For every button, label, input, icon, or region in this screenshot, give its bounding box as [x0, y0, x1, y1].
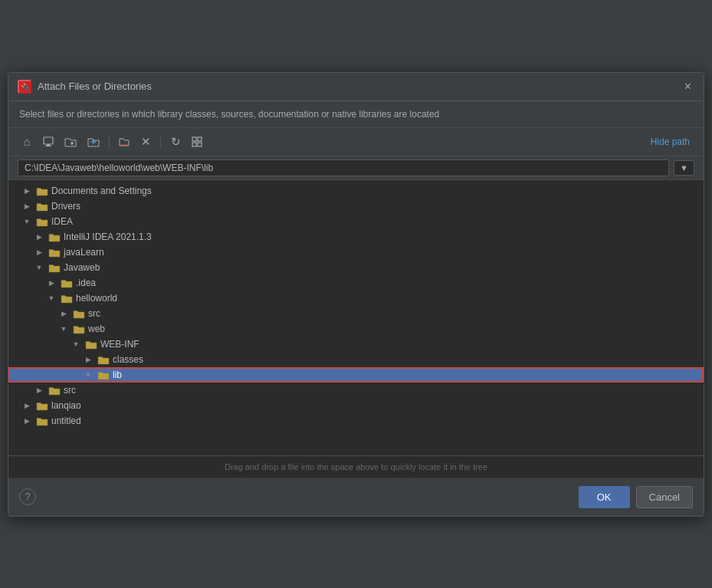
tree-item-webinf[interactable]: ▼ WEB-INF	[8, 337, 704, 352]
bottom-buttons: OK Cancel	[579, 486, 693, 508]
folder-icon-classes	[97, 353, 110, 366]
tree-label-drivers: Drivers	[51, 201, 80, 212]
svg-rect-12	[198, 143, 202, 146]
delete-button[interactable]: ✕	[136, 133, 155, 151]
tree-item-idea[interactable]: ▼ IDEA	[8, 214, 704, 229]
folder-icon-web	[73, 323, 85, 335]
expand-all-button[interactable]	[188, 133, 206, 151]
tree-label-web: web	[88, 324, 105, 334]
svg-rect-4	[45, 146, 51, 146]
bottom-bar: ? OK Cancel	[8, 478, 704, 516]
dialog-title: Attach Files or Directories	[38, 80, 152, 92]
file-tree[interactable]: ▶ Documents and Settings▶ Drivers▼ IDEA▶…	[8, 180, 704, 456]
tree-item-javalearn[interactable]: ▶ javaLearn	[8, 245, 704, 260]
tree-item-src[interactable]: ▶ src	[8, 306, 704, 321]
tree-item-javaweb[interactable]: ▼ Javaweb	[8, 260, 704, 275]
folder-icon-docs	[36, 185, 48, 197]
folder-icon-javaweb	[48, 261, 61, 274]
tree-label-docs: Documents and Settings	[51, 186, 152, 196]
tree-toggle-helloworld[interactable]: ▼	[45, 292, 57, 304]
folder-icon-helloworld	[61, 292, 73, 304]
folder-icon-intellij	[48, 231, 61, 243]
tree-label-lib: lib	[113, 370, 122, 380]
tree-label-dotidea: .idea	[76, 278, 96, 288]
folder-icon-lib	[97, 369, 110, 381]
hide-path-button[interactable]: Hide path	[646, 135, 694, 149]
folder-up-button[interactable]	[84, 133, 103, 151]
tree-label-intellij: IntelliJ IDEA 2021.1.3	[64, 232, 152, 242]
svg-rect-9	[192, 137, 196, 141]
path-bar: ▼	[8, 156, 704, 180]
title-bar: 🔌 Attach Files or Directories ×	[8, 73, 704, 101]
refresh-button[interactable]: ↻	[166, 133, 185, 151]
tree-item-docs[interactable]: ▶ Documents and Settings	[8, 183, 704, 199]
path-dropdown-button[interactable]: ▼	[674, 160, 694, 176]
cancel-button[interactable]: Cancel	[636, 486, 693, 508]
tree-label-src: src	[88, 308, 100, 319]
tree-toggle-web[interactable]: ▼	[57, 323, 70, 335]
tree-toggle-classes[interactable]: ▶	[82, 353, 94, 366]
svg-rect-11	[192, 143, 196, 146]
tree-item-helloworld[interactable]: ▼ helloworld	[8, 291, 704, 306]
tree-label-src2: src	[64, 385, 76, 396]
tree-item-dotidea[interactable]: ▶ .idea	[8, 275, 704, 291]
tree-toggle-drivers[interactable]: ▶	[21, 200, 33, 212]
svg-rect-2	[44, 137, 53, 144]
folder-icon-lanqiao	[36, 399, 48, 412]
tree-item-drivers[interactable]: ▶ Drivers	[8, 199, 704, 214]
folder-icon-untitled	[36, 415, 48, 427]
tree-toggle-intellij[interactable]: ▶	[33, 231, 45, 243]
tree-toggle-idea[interactable]: ▼	[21, 215, 33, 228]
tree-item-classes[interactable]: ▶ classes	[8, 352, 704, 367]
title-bar-left: 🔌 Attach Files or Directories	[18, 80, 152, 94]
folder-icon-dotidea	[61, 277, 73, 289]
tree-item-lanqiao[interactable]: ▶ lanqiao	[8, 398, 704, 413]
tree-toggle-docs[interactable]: ▶	[21, 185, 33, 197]
tree-toggle-javaweb[interactable]: ▼	[33, 261, 45, 274]
toolbar-separator-2	[160, 135, 161, 149]
toolbar-separator-1	[109, 135, 110, 149]
tree-toggle-src[interactable]: ▶	[57, 307, 70, 320]
tree-toggle-lanqiao[interactable]: ▶	[21, 399, 33, 412]
tree-item-web[interactable]: ▼ web	[8, 321, 704, 337]
tree-toggle-javalearn[interactable]: ▶	[33, 246, 45, 258]
tree-label-lanqiao: lanqiao	[51, 400, 81, 411]
tree-toggle-dotidea[interactable]: ▶	[45, 277, 57, 289]
folder-icon-src	[73, 307, 85, 320]
toolbar-buttons: ⌂	[18, 133, 206, 151]
folder-icon-src2	[48, 384, 61, 396]
tree-toggle-src2[interactable]: ▶	[33, 384, 45, 396]
tree-item-src2[interactable]: ▶ src	[8, 383, 704, 398]
help-button[interactable]: ?	[19, 488, 36, 505]
svg-rect-10	[198, 137, 202, 141]
dialog-description: Select files or directories in which lib…	[8, 101, 704, 128]
tree-item-lib[interactable]: ▼ lib	[8, 367, 704, 383]
tree-item-untitled[interactable]: ▶ untitled	[8, 413, 704, 429]
attach-dialog: 🔌 Attach Files or Directories × Select f…	[8, 72, 704, 517]
drag-drop-hint: Drag and drop a file into the space abov…	[8, 456, 704, 478]
tree-toggle-lib[interactable]: ▼	[82, 369, 94, 381]
toggle-show-button[interactable]	[115, 133, 133, 151]
tree-label-classes: classes	[113, 354, 143, 365]
tree-label-javalearn: javaLearn	[64, 247, 104, 258]
computer-button[interactable]	[39, 133, 57, 151]
path-input[interactable]	[18, 159, 669, 176]
tree-label-untitled: untitled	[51, 416, 81, 426]
folder-icon-javalearn	[48, 246, 61, 258]
tree-toggle-webinf[interactable]: ▼	[70, 338, 82, 350]
tree-label-javaweb: Javaweb	[64, 262, 100, 273]
app-icon: 🔌	[18, 80, 31, 94]
folder-icon-idea	[36, 215, 48, 228]
folder-icon-webinf	[85, 338, 97, 350]
svg-text:🔌: 🔌	[21, 82, 30, 92]
tree-label-helloworld: helloworld	[76, 293, 117, 304]
new-folder-button[interactable]	[61, 133, 80, 151]
folder-icon-drivers	[36, 200, 48, 212]
svg-rect-3	[47, 144, 50, 146]
close-button[interactable]: ×	[681, 79, 694, 94]
home-button[interactable]: ⌂	[18, 133, 36, 151]
tree-toggle-untitled[interactable]: ▶	[21, 415, 33, 427]
ok-button[interactable]: OK	[579, 486, 630, 508]
tree-item-intellij[interactable]: ▶ IntelliJ IDEA 2021.1.3	[8, 229, 704, 245]
toolbar: ⌂	[8, 128, 704, 156]
